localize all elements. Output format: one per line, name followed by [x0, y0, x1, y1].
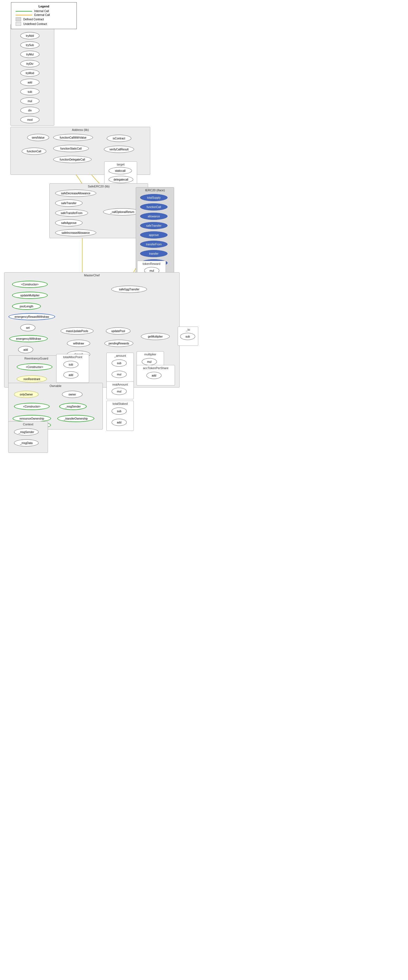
totalAllocPoint-cluster: totalAllocPoint sub add: [56, 354, 89, 383]
address-title: Address (lib): [11, 127, 150, 132]
to-sub-node[interactable]: sub: [180, 333, 195, 340]
mod-node[interactable]: mod: [20, 116, 40, 123]
legend-undefined-contract: Undefined Contract: [16, 22, 72, 26]
totalStaked-add-node[interactable]: add: [111, 419, 127, 426]
onlyOwner-node[interactable]: onlyOwner: [14, 391, 39, 398]
ownable-constructor-node[interactable]: <Constructor>: [14, 403, 50, 410]
nonReentrant-node[interactable]: nonReentrant: [17, 375, 47, 383]
allowance-node[interactable]: allowance: [140, 213, 168, 220]
functionCallWithValue-node[interactable]: functionCallWithValue: [53, 134, 93, 141]
to-cluster: _to sub: [178, 326, 198, 346]
totalAllocPoint-title: totalAllocPoint: [57, 354, 89, 359]
target-title: target: [105, 162, 137, 167]
functionDelegateCall-node[interactable]: functionDelegateCall: [53, 156, 92, 163]
ierc20-functionCall-node[interactable]: functionCall: [140, 204, 168, 210]
safeIncreaseAllowance-node[interactable]: safeIncreaseAllowance: [55, 229, 96, 236]
ownable-title: Ownable: [8, 383, 103, 388]
approve-node[interactable]: approve: [140, 231, 168, 239]
trySub-node[interactable]: trySub: [20, 41, 40, 49]
constructor-mc-node[interactable]: <Constructor>: [12, 281, 48, 288]
undefined-contract-label: Undefined Contract: [23, 22, 47, 25]
external-call-line: [16, 15, 32, 15]
context-msgSender-node[interactable]: _msgSender: [14, 428, 39, 436]
staticcall-node[interactable]: staticcall: [109, 167, 132, 174]
defined-contract-label: Defined Contract: [23, 18, 44, 21]
context-cluster: Context _msgSender _msgData: [8, 421, 48, 453]
multiplier-title: multiplier: [137, 352, 164, 356]
safeDecreaseAllowance-node[interactable]: safeDecreaseAllowance: [55, 189, 96, 197]
context-title: Context: [8, 422, 48, 426]
safeTransferFrom-node[interactable]: safeTransferFrom: [55, 209, 88, 216]
accTokenPerShare-add-node[interactable]: add: [146, 372, 162, 379]
totalStaked-sub-node[interactable]: sub: [111, 407, 127, 415]
set-node[interactable]: set: [20, 324, 35, 331]
transferFrom-node[interactable]: transferFrom: [140, 241, 168, 248]
transfer-node[interactable]: transfer: [140, 250, 168, 257]
legend-box: Legend Internal Call External Call Defin…: [11, 2, 77, 29]
poolLength-node[interactable]: poolLength: [12, 303, 41, 310]
owner-node[interactable]: owner: [62, 391, 83, 398]
accTokenPerShare-cluster: accTokenPerShare add: [137, 365, 175, 386]
mul-node[interactable]: mul: [20, 97, 40, 105]
reentrancyguard-title: ReentrancyGuard: [8, 356, 64, 361]
amount-sub-node[interactable]: sub: [111, 360, 127, 367]
div-node[interactable]: div: [20, 107, 40, 114]
ierc20-title: IERC20 (iface): [136, 188, 174, 192]
target-cluster: target staticcall delegatecall: [104, 161, 137, 186]
safeTransfer-node[interactable]: safeTransfer: [55, 199, 83, 207]
tryMod-node[interactable]: tryMod: [20, 70, 40, 76]
legend-title: Legend: [16, 5, 72, 8]
accTokenPerShare-title: accTokenPerShare: [137, 365, 175, 370]
add-node[interactable]: add: [20, 79, 40, 86]
totalStaked-cluster: totalStaked sub add: [106, 401, 134, 431]
undefined-contract-box: [16, 22, 21, 26]
tryMul-node[interactable]: tryMul: [20, 51, 40, 58]
safemath-cluster: SafeMath (lib) tryAdd trySub tryMul tryD…: [10, 24, 54, 126]
totalSupply-node[interactable]: totalSupply: [140, 194, 168, 201]
legend-defined-contract: Defined Contract: [16, 17, 72, 21]
massUpdatePools-node[interactable]: massUpdatePools: [60, 328, 94, 334]
multiplier-mul-node[interactable]: mul: [142, 358, 157, 365]
msgSender-node[interactable]: _msgSender: [59, 403, 87, 410]
to-title: _to: [178, 327, 198, 332]
realAmount-title: realAmount: [107, 382, 133, 387]
totalStaked-title: totalStaked: [107, 401, 133, 406]
updateMultiplier-node[interactable]: updateMultiplier: [12, 292, 48, 299]
legend-internal-call: Internal Call: [16, 10, 72, 13]
sendValue-node[interactable]: sendValue: [27, 134, 49, 141]
add-mc-node[interactable]: add: [18, 346, 33, 353]
totalAlloc-sub-node[interactable]: sub: [64, 361, 78, 368]
ierc20-safeTransfer-node[interactable]: safeTransfer: [140, 222, 168, 229]
legend-external-call: External Call: [16, 13, 72, 16]
transferOwnership-inner-node[interactable]: _transferOwnership: [57, 415, 94, 422]
totalAlloc-add-node[interactable]: add: [64, 371, 78, 379]
functionStaticCall-node[interactable]: functionStaticCall: [53, 145, 89, 152]
safeApprove-node[interactable]: safeApprove: [55, 219, 83, 226]
emergencyRewardWithdraw-node[interactable]: emergencyRewardWithdraw: [8, 313, 55, 320]
delegatecall-node[interactable]: delegatecall: [109, 176, 133, 183]
internal-call-label: Internal Call: [34, 10, 49, 13]
context-msgData-node[interactable]: _msgData: [14, 439, 39, 447]
isContract-node[interactable]: isContract: [107, 135, 131, 142]
defined-contract-box: [16, 17, 21, 21]
realAmount-mul-node[interactable]: mul: [111, 388, 127, 395]
functionCall-node[interactable]: functionCall: [22, 148, 46, 155]
amount-title: _amount: [107, 353, 133, 358]
masterchef-title: MasterChef: [5, 272, 179, 277]
updatePool-node[interactable]: updatePool: [106, 328, 130, 334]
safeerc20-cluster: SafeERC20 (lib) safeDecreaseAllowance sa…: [49, 183, 148, 238]
tryAdd-node[interactable]: tryAdd: [20, 32, 40, 39]
getMultiplier-node[interactable]: getMultiplier: [141, 333, 170, 340]
reentrancy-constructor-node[interactable]: <Constructor>: [17, 363, 52, 371]
sub-node[interactable]: sub: [20, 88, 40, 95]
realAmount-cluster: realAmount mul: [106, 382, 134, 399]
diagram-container: Legend Internal Call External Call Defin…: [0, 0, 408, 980]
emergencyWithdraw-node[interactable]: emergencyWithdraw: [10, 335, 48, 342]
withdraw-node[interactable]: withdraw: [67, 340, 90, 347]
verifyCallResult-node[interactable]: verifyCallResult: [104, 146, 134, 153]
amount-mul-node[interactable]: mul: [111, 371, 127, 378]
tokenReward-title: tokenReward: [137, 261, 166, 266]
safeGggTransfer-node[interactable]: safeGggTransfer: [111, 286, 147, 293]
tryDiv-node[interactable]: tryDiv: [20, 60, 40, 67]
pendingRewards-node[interactable]: pendingRewards: [105, 340, 133, 347]
